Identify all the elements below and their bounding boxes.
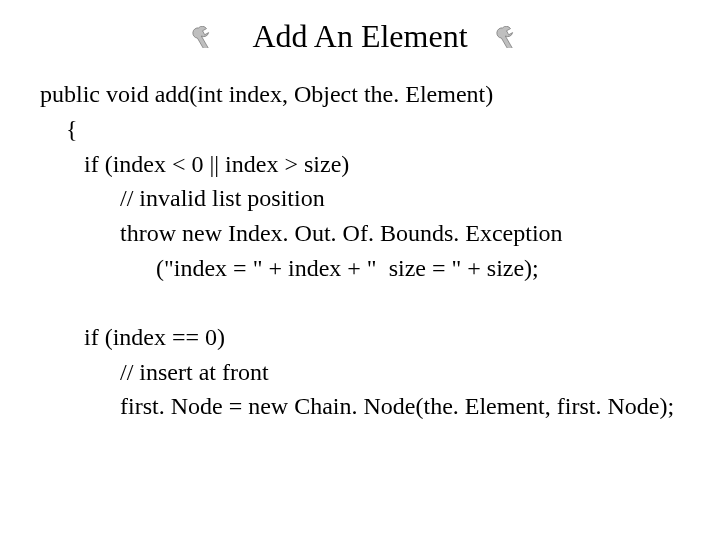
- code-block: public void add(int index, Object the. E…: [40, 77, 680, 424]
- slide-title: Add An Element: [252, 18, 467, 55]
- code-line: // insert at front: [40, 355, 680, 390]
- slide: Add An Element public void add(int index…: [0, 0, 720, 540]
- wrench-icon: [496, 26, 528, 48]
- code-line: public void add(int index, Object the. E…: [40, 77, 680, 112]
- code-line: if (index < 0 || index > size): [40, 147, 680, 182]
- title-row: Add An Element: [40, 18, 680, 55]
- wrench-icon: [192, 26, 224, 48]
- code-line: // invalid list position: [40, 181, 680, 216]
- code-line: throw new Index. Out. Of. Bounds. Except…: [40, 216, 680, 251]
- code-line: {: [40, 112, 680, 147]
- code-line: ("index = " + index + " size = " + size)…: [40, 251, 680, 286]
- code-line: first. Node = new Chain. Node(the. Eleme…: [40, 389, 680, 424]
- blank-line: [40, 286, 680, 320]
- code-line: if (index == 0): [40, 320, 680, 355]
